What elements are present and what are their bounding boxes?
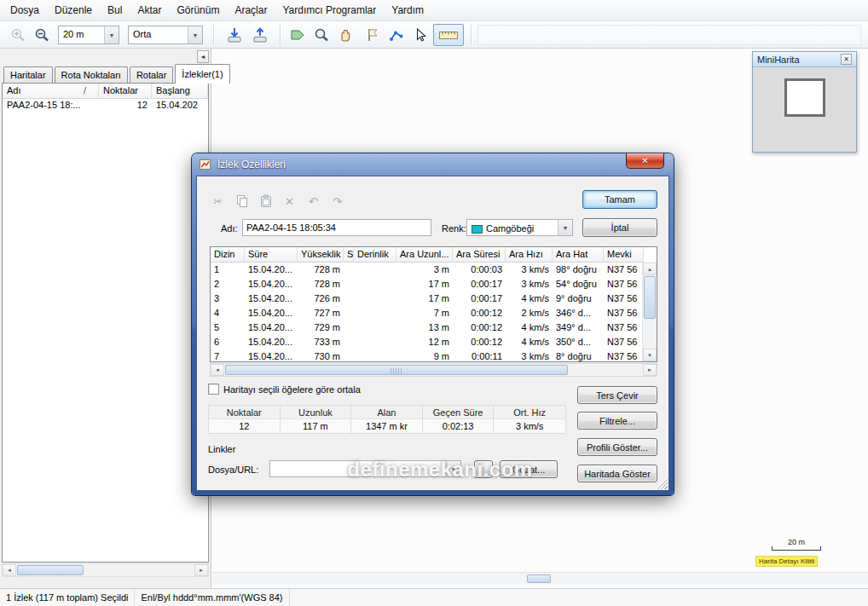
track-table-row[interactable]: 615.04.20...733 m12 m0:00:124 km/s350° d… <box>211 335 642 349</box>
sidebar-column-header-2[interactable]: Başlang <box>152 84 208 99</box>
scrollbar-thumb[interactable] <box>644 276 656 319</box>
dialog-close-button[interactable]: ✕ <box>626 153 664 169</box>
dropdown-arrow-icon[interactable]: ▼ <box>104 26 119 43</box>
track-column-header-6[interactable]: Ara Süresi <box>453 247 506 263</box>
flag-tool-button[interactable] <box>362 24 384 46</box>
track-table-vertical-scrollbar[interactable]: ▲ ▼ <box>642 263 657 361</box>
scrollbar-thumb[interactable] <box>17 565 84 575</box>
track-table-row[interactable]: 215.04.20...728 m17 m0:00:173 km/s54° do… <box>211 277 642 291</box>
sidebar-collapse-button[interactable]: ◄ <box>197 50 209 63</box>
color-combo[interactable]: Camgöbeği ▼ <box>466 219 573 236</box>
gps-download-button[interactable] <box>223 24 246 46</box>
track-table-row[interactable]: 515.04.20...729 m13 m0:00:124 km/s349° d… <box>211 320 642 335</box>
menu-item-1[interactable]: Düzenle <box>47 1 100 20</box>
label-tool-button[interactable] <box>286 24 309 46</box>
scroll-left-button[interactable]: ◄ <box>211 364 224 376</box>
sidebar-tab-3[interactable]: İzlekler(1) <box>175 64 229 84</box>
route-tool-button[interactable] <box>385 24 408 46</box>
select-tool-button[interactable] <box>409 24 431 46</box>
track-cell-4-9: N37 56 <box>604 320 642 335</box>
scroll-left-button[interactable]: ◄ <box>3 564 16 576</box>
sidebar-list-row[interactable]: PAA2-04-15 18:...1215.04.202 <box>3 99 208 113</box>
magnifier-tool-button[interactable] <box>310 24 333 46</box>
track-table-horizontal-scrollbar[interactable]: ◄ ► <box>210 363 657 377</box>
dropdown-arrow-icon[interactable]: ▼ <box>558 220 572 235</box>
show-profile-button[interactable]: Profili Göster... <box>577 438 657 456</box>
scroll-down-button[interactable]: ▼ <box>643 349 657 361</box>
ruler-tool-button[interactable] <box>433 24 464 46</box>
menu-item-0[interactable]: Dosya <box>3 1 47 20</box>
cancel-button[interactable]: İptal <box>582 218 657 237</box>
menu-bar: DosyaDüzenleBulAktarGörünümAraçlarYardım… <box>0 0 868 21</box>
summary-column-1: Uzunluk117 m <box>281 406 352 433</box>
track-points-table[interactable]: DizinSüreYükseklikSDerinlikAra Uzunl...A… <box>210 246 657 362</box>
copy-button[interactable] <box>233 193 251 210</box>
track-cell-1-8: 54° doğru <box>553 277 604 291</box>
gps-upload-button[interactable] <box>249 24 271 46</box>
track-column-header-8[interactable]: Ara Hat <box>553 247 604 263</box>
track-table-header: DizinSüreYükseklikSDerinlikAra Uzunl...A… <box>211 247 657 263</box>
dropdown-arrow-icon[interactable]: ▼ <box>446 461 460 476</box>
map-horizontal-scrollbar[interactable] <box>212 572 868 585</box>
track-cell-1-5: 17 m <box>396 277 453 291</box>
quality-combo[interactable]: Orta ▼ <box>128 26 203 44</box>
undo-button[interactable]: ↶ <box>304 193 322 210</box>
menu-item-3[interactable]: Aktar <box>130 1 169 20</box>
ok-button[interactable]: Tamam <box>582 190 657 209</box>
track-table-row[interactable]: 115.04.20...728 m3 m0:00:033 km/s98° doğ… <box>211 263 642 277</box>
open-link-button[interactable]: ↑ <box>474 460 493 478</box>
minimap-close-button[interactable]: ✕ <box>841 54 852 65</box>
track-column-header-0[interactable]: Dizin <box>211 247 245 263</box>
track-cell-4-1: 15.04.20... <box>245 320 298 335</box>
scroll-right-button[interactable]: ► <box>643 364 657 376</box>
sidebar-horizontal-scrollbar[interactable]: ◄ ► <box>2 563 209 577</box>
delete-button[interactable]: ✕ <box>281 193 298 210</box>
paste-button[interactable] <box>257 193 275 210</box>
track-column-header-7[interactable]: Ara Hızı <box>506 247 553 263</box>
sidebar-tab-1[interactable]: Rota Noktaları <box>55 66 128 84</box>
pan-tool-button[interactable] <box>334 24 356 46</box>
menu-item-4[interactable]: Görünüm <box>169 1 227 20</box>
track-column-header-2[interactable]: Yükseklik <box>298 247 344 263</box>
dropdown-arrow-icon[interactable]: ▼ <box>188 26 202 43</box>
dialog-body: ✂ ✕ ↶ ↷ Tamam İptal Adı: PAA2-04-15 18:0… <box>196 176 669 491</box>
sidebar-tab-2[interactable]: Rotalar <box>130 66 173 84</box>
track-name-input[interactable]: PAA2-04-15 18:05:34 <box>242 219 431 236</box>
track-cell-0-3 <box>344 263 354 277</box>
menu-item-5[interactable]: Araçlar <box>227 1 275 20</box>
file-url-combo[interactable]: ▼ <box>269 460 461 477</box>
redo-button[interactable]: ↷ <box>328 193 346 210</box>
map-scale-bar: 20 m <box>772 538 821 551</box>
track-column-header-1[interactable]: Süre <box>245 247 298 263</box>
zoom-out-button[interactable] <box>31 24 53 46</box>
track-table-row[interactable]: 715.04.20...730 m9 m0:00:113 km/s8° doğr… <box>211 349 642 361</box>
track-table-row[interactable]: 415.04.20...727 m7 m0:00:122 km/s346° d.… <box>211 306 642 320</box>
track-table-row[interactable]: 315.04.20...726 m17 m0:00:174 km/s9° doğ… <box>211 291 642 306</box>
track-column-header-5[interactable]: Ara Uzunl... <box>396 247 453 263</box>
map-scale-combo[interactable]: 20 m ▼ <box>58 26 119 44</box>
browse-button[interactable]: Gözat... <box>500 460 558 478</box>
dialog-resize-grip[interactable] <box>657 478 668 489</box>
sidebar-column-header-0[interactable]: Adı/ <box>3 84 99 99</box>
filter-button[interactable]: Filtrele... <box>577 412 657 430</box>
menu-item-7[interactable]: Yardım <box>384 1 431 20</box>
menu-item-6[interactable]: Yardımcı Programlar <box>275 1 384 20</box>
scroll-right-button[interactable]: ► <box>194 564 208 576</box>
center-on-selection-checkbox[interactable] <box>208 384 219 395</box>
sidebar-tab-0[interactable]: Haritalar <box>3 66 53 84</box>
dialog-titlebar[interactable]: İzlek Özellikleri ✕ <box>196 153 669 176</box>
show-on-map-button[interactable]: Haritada Göster <box>577 465 657 482</box>
menu-item-2[interactable]: Bul <box>100 1 130 20</box>
track-column-header-9[interactable]: Mevki <box>604 247 644 263</box>
sidebar-column-header-1[interactable]: Noktalar <box>99 84 152 99</box>
scrollbar-thumb[interactable] <box>527 574 551 583</box>
track-column-header-3[interactable]: S <box>344 247 354 263</box>
summary-header-4: Ort. Hız <box>494 406 565 419</box>
cut-button[interactable]: ✂ <box>209 193 227 210</box>
scroll-up-button[interactable]: ▲ <box>643 263 657 275</box>
zoom-in-button[interactable] <box>7 24 29 46</box>
scrollbar-thumb[interactable] <box>225 365 568 375</box>
reverse-button[interactable]: Ters Çevir <box>577 386 657 404</box>
track-column-header-4[interactable]: Derinlik <box>354 247 396 263</box>
minimap-viewport[interactable] <box>784 78 825 117</box>
